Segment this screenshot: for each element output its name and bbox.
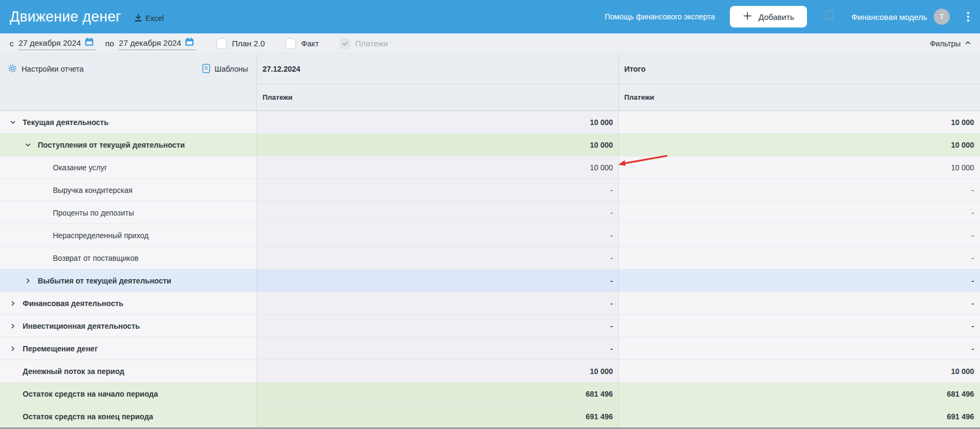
plan-checkbox-label: План 2.0 — [232, 39, 265, 48]
row-label: Финансовая деятельность — [23, 299, 123, 308]
excel-label: Excel — [146, 14, 164, 23]
expert-help-link[interactable]: Помощь финансового эксперта — [605, 12, 715, 21]
row-value-date: - — [257, 337, 618, 359]
chevron-right-icon[interactable] — [25, 278, 38, 284]
chevron-right-icon[interactable] — [10, 323, 23, 329]
row-value-date: 10 000 — [257, 134, 618, 156]
row-value-total: 681 496 — [618, 383, 980, 405]
fact-checkbox-label: Факт — [301, 39, 319, 48]
kebab-menu-icon[interactable] — [965, 10, 971, 24]
row-value-date: - — [257, 292, 618, 314]
table-row[interactable]: Перемещение денег-- — [0, 337, 980, 360]
column-date: 27.12.2024 Платежи — [257, 54, 618, 110]
row-label: Нераспределенный приход — [53, 231, 149, 240]
add-button[interactable]: Добавить — [730, 6, 807, 27]
row-value-date: - — [257, 247, 618, 269]
column-total-title: Итого — [619, 54, 980, 84]
column-total: Итого Платежи — [618, 54, 980, 110]
row-value-date: 10 000 — [257, 156, 618, 178]
model-name: Финансовая модель — [851, 12, 927, 22]
row-value-total: - — [618, 247, 980, 269]
calendar-icon[interactable] — [85, 37, 94, 48]
report-header: Настройки отчета Шаблоны 27.12.2024 Плат… — [0, 54, 980, 111]
avatar[interactable]: Т — [934, 9, 950, 25]
plan-checkbox[interactable]: План 2.0 — [216, 38, 265, 49]
row-value-total: - — [618, 202, 980, 224]
excel-export-button[interactable]: Excel — [134, 13, 164, 24]
checkbox-icon[interactable] — [285, 38, 296, 49]
row-label-cell: Выручка кондитерская — [0, 179, 257, 201]
table-body: Текущая деятельность10 00010 000Поступле… — [0, 111, 980, 428]
plus-icon — [743, 11, 752, 22]
page-title: Движение денег — [10, 9, 121, 25]
row-label-cell: Нераспределенный приход — [0, 224, 257, 246]
gear-icon — [8, 64, 17, 75]
row-value-total: 10 000 — [618, 360, 980, 382]
table-row[interactable]: Финансовая деятельность-- — [0, 292, 980, 315]
chevron-down-icon[interactable] — [10, 119, 23, 126]
date-from-label: с — [10, 39, 14, 48]
row-label: Перемещение денег — [23, 344, 98, 353]
notifications-bell-icon[interactable] — [822, 8, 836, 25]
row-label: Остаток средств на начало периода — [23, 390, 158, 398]
row-label-cell: Поступления от текущей деятельности — [0, 134, 257, 156]
checkbox-checked-icon — [340, 38, 350, 49]
table-row[interactable]: Текущая деятельность10 00010 000 — [0, 111, 980, 134]
top-bar: Движение денег Excel Помощь финансового … — [0, 0, 980, 33]
row-label-cell: Денежный поток за период — [0, 360, 257, 382]
table-row[interactable]: Выбытия от текущей деятельности-- — [0, 269, 980, 292]
row-label-cell: Текущая деятельность — [0, 111, 257, 133]
row-label-cell: Проценты по депозиты — [0, 202, 257, 224]
table-row: Выручка кондитерская-- — [0, 179, 980, 202]
table-row: Остаток средств на начало периода681 496… — [0, 383, 980, 405]
payments-checkbox: Платежи — [340, 38, 388, 49]
row-value-date: 681 496 — [257, 383, 618, 405]
table-row: Проценты по депозиты-- — [0, 202, 980, 224]
date-from-input[interactable]: 27 декабря 2024 — [18, 37, 96, 50]
date-to-value: 27 декабря 2024 — [119, 38, 182, 47]
chevron-right-icon[interactable] — [10, 345, 23, 352]
download-icon — [134, 13, 142, 24]
row-value-date: 10 000 — [257, 360, 618, 382]
chevron-up-icon — [964, 39, 971, 48]
row-value-date: 691 496 — [257, 405, 618, 427]
row-value-total: 691 496 — [618, 405, 980, 427]
date-to-input[interactable]: 27 декабря 2024 — [119, 37, 196, 50]
account-menu[interactable]: Финансовая модель Т — [851, 9, 950, 25]
row-label: Текущая деятельность — [23, 118, 108, 127]
column-date-subtitle: Платежи — [257, 84, 618, 110]
row-label-cell: Оказание услуг — [0, 156, 257, 178]
report-tools-cell: Настройки отчета Шаблоны — [0, 54, 257, 110]
filter-bar: с 27 декабря 2024 по 27 декабря 2024 Пла… — [0, 33, 980, 54]
row-value-total: - — [618, 337, 980, 359]
report-settings-button[interactable]: Настройки отчета — [8, 64, 84, 75]
fact-checkbox[interactable]: Факт — [285, 38, 319, 49]
row-value-total: 10 000 — [618, 134, 980, 156]
row-label-cell: Перемещение денег — [0, 337, 257, 359]
table-row: Остаток средств на конец периода691 4966… — [0, 405, 980, 428]
table-row[interactable]: Инвестиционная деятельность-- — [0, 315, 980, 337]
table-row: Оказание услуг10 00010 000 — [0, 156, 980, 179]
row-label: Инвестиционная деятельность — [23, 322, 140, 330]
row-label: Выбытия от текущей деятельности — [38, 276, 171, 285]
row-value-total: - — [618, 292, 980, 314]
row-value-date: - — [257, 224, 618, 246]
checkbox-icon[interactable] — [216, 38, 227, 49]
templates-button[interactable]: Шаблоны — [202, 64, 248, 75]
calendar-icon[interactable] — [185, 37, 194, 48]
table-row: Денежный поток за период10 00010 000 — [0, 360, 980, 383]
row-value-date: 10 000 — [257, 111, 618, 133]
top-bar-right: Помощь финансового эксперта Добавить Фин… — [605, 6, 971, 27]
filters-toggle-label: Фильтры — [930, 39, 961, 48]
table-row: Возврат от поставщиков-- — [0, 247, 980, 269]
table-row[interactable]: Поступления от текущей деятельности10 00… — [0, 134, 980, 156]
chevron-right-icon[interactable] — [10, 300, 23, 307]
row-label-cell: Выбытия от текущей деятельности — [0, 269, 257, 292]
row-label-cell: Остаток средств на конец периода — [0, 405, 257, 427]
filters-toggle[interactable]: Фильтры — [930, 39, 971, 48]
row-label-cell: Финансовая деятельность — [0, 292, 257, 314]
row-value-date: - — [257, 179, 618, 201]
table-row: Нераспределенный приход-- — [0, 224, 980, 247]
column-total-subtitle: Платежи — [619, 84, 980, 110]
chevron-down-icon[interactable] — [25, 142, 38, 148]
